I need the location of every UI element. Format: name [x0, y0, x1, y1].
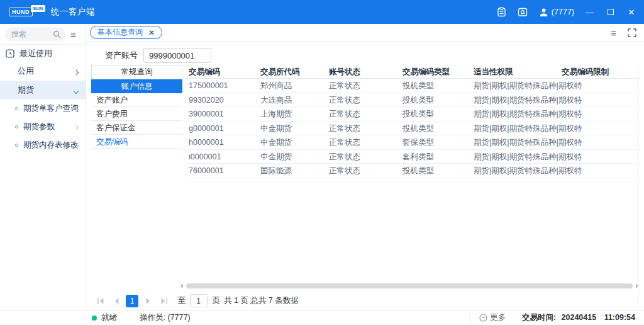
table-row[interactable]: 39000001上海期货正常状态投机类型期货|期权|期货特殊品种|期权特 — [186, 107, 638, 122]
table-cell — [558, 107, 638, 121]
table-cell: 76000001 — [186, 164, 257, 178]
last-page-button[interactable] — [157, 295, 170, 307]
table-cell: 期货|期权|期货特殊品种|期权特 — [470, 135, 558, 149]
current-page-button[interactable]: 1 — [126, 295, 138, 307]
next-page-button[interactable] — [142, 295, 154, 307]
table-cell — [558, 150, 638, 164]
table-cell: 期货|期权|期货特殊品种|期权特 — [470, 79, 558, 93]
tab-label: 基本信息查询 — [97, 27, 143, 38]
more-button[interactable]: 更多 — [479, 312, 506, 323]
table-row[interactable]: 175000001郑州商品正常状态投机类型期货|期权|期货特殊品种|期权特 — [186, 79, 638, 93]
chevron-right-icon — [74, 67, 78, 76]
panel-item-trade-code[interactable]: 交易编码 — [91, 135, 182, 149]
close-button[interactable]: ✕ — [626, 7, 636, 17]
panel-item-account-info[interactable]: 账户信息 — [91, 79, 182, 93]
sidebar-item-label: 最近使用 — [19, 48, 52, 59]
table-cell: 正常状态 — [326, 122, 399, 135]
results-table-header: 交易编码交易所代码账号状态交易编码类型适当性权限交易编码限制 — [186, 65, 638, 79]
table-cell: g0000001 — [186, 122, 257, 135]
tab-basic-info-query[interactable]: 基本信息查询 ✕ — [90, 26, 162, 39]
sidebar-item-futures-single-query[interactable]: 期货单客户查询 — [0, 100, 86, 118]
table-cell: 正常状态 — [326, 93, 399, 107]
results-table-body: 175000001郑州商品正常状态投机类型期货|期权|期货特殊品种|期权特993… — [186, 79, 638, 178]
pagination: 1 至 页 共 1 页 总共 7 条数据 — [94, 294, 299, 307]
table-cell — [558, 93, 638, 107]
safe-icon[interactable] — [518, 7, 528, 18]
query-panel-header: 常规查询 — [91, 65, 182, 79]
vertical-scrollbar[interactable] — [638, 65, 644, 304]
scroll-right-icon[interactable] — [635, 283, 640, 288]
table-cell: 正常状态 — [326, 150, 399, 164]
sidebar-item-futures-params[interactable]: 期货参数 — [0, 118, 86, 136]
ready-status-label: 就绪 — [101, 312, 117, 323]
table-row[interactable]: 76000001国际能源正常状态投机类型期货|期权|期货特殊品种|期权特 — [186, 164, 638, 178]
ready-status-icon — [92, 316, 97, 321]
table-cell: 投机类型 — [399, 93, 470, 107]
table-cell: 175000001 — [186, 79, 257, 93]
more-label: 更多 — [490, 312, 506, 323]
sidebar-item-label: 公用 — [18, 66, 34, 77]
tab-close-icon[interactable]: ✕ — [148, 29, 155, 37]
sidebar-item-common[interactable]: 公用 — [0, 62, 86, 81]
page-number-input[interactable] — [190, 294, 208, 307]
table-row[interactable]: 99302020大连商品正常状态投机类型期货|期权|期货特殊品种|期权特 — [186, 93, 638, 108]
trade-time-label: 交易时间: — [522, 313, 556, 322]
table-row[interactable]: h0000001中金期货正常状态套保类型期货|期权|期货特殊品种|期权特 — [186, 135, 638, 150]
maximize-button[interactable] — [606, 7, 616, 17]
table-cell: 套保类型 — [399, 135, 470, 149]
trade-time: 交易时间: 20240415 11:09:54 — [522, 312, 635, 323]
user-id: (7777) — [552, 8, 574, 16]
user-icon — [539, 8, 548, 17]
table-row[interactable]: i0000001中金期货正常状态套利类型期货|期权|期货特殊品种|期权特 — [186, 150, 638, 164]
status-divider — [470, 313, 470, 322]
operator-info: 操作员: (7777) — [140, 312, 191, 323]
horizontal-scrollbar[interactable] — [179, 283, 640, 289]
user-menu[interactable]: (7777) — [539, 8, 574, 17]
asset-account-label: 资产账号 — [105, 50, 138, 61]
first-page-button[interactable] — [94, 295, 107, 307]
table-cell: 正常状态 — [326, 135, 399, 149]
sidebar-menu-icon[interactable]: ≡ — [70, 30, 76, 39]
table-cell: 期货|期权|期货特殊品种|期权特 — [470, 164, 558, 178]
table-cell: 正常状态 — [326, 107, 399, 121]
table-cell: 中金期货 — [257, 122, 326, 135]
table-column-header: 交易编码限制 — [558, 65, 638, 79]
operator-value: (7777) — [167, 313, 190, 322]
sidebar-item-futures-memtable[interactable]: 期货内存表修改 — [0, 136, 86, 154]
table-row[interactable]: g0000001中金期货正常状态投机类型期货|期权|期货特殊品种|期权特 — [186, 122, 638, 136]
panel-item-asset-account[interactable]: 资产账户 — [91, 93, 182, 107]
scrollbar-thumb[interactable] — [186, 283, 633, 288]
scroll-left-icon[interactable] — [179, 283, 184, 288]
chevron-down-icon — [74, 86, 78, 95]
operator-label: 操作员: — [140, 313, 165, 322]
table-cell: 投机类型 — [399, 79, 470, 93]
search-icon — [53, 30, 61, 41]
asset-account-input[interactable] — [143, 48, 211, 63]
chevron-right-icon — [74, 141, 78, 150]
expand-icon[interactable] — [628, 28, 636, 37]
logo-hund-text: HUND — [9, 8, 33, 16]
tab-list-icon[interactable]: ≡ — [611, 28, 616, 38]
recent-icon — [6, 49, 14, 58]
sidebar-item-label: 期货参数 — [23, 122, 55, 132]
sidebar-item-recent[interactable]: 最近使用 — [0, 45, 86, 62]
clipboard-icon[interactable] — [496, 7, 507, 18]
table-cell: 99302020 — [186, 93, 257, 107]
prev-page-button[interactable] — [110, 295, 123, 307]
table-cell: 国际能源 — [257, 164, 326, 178]
table-cell: 大连商品 — [257, 93, 326, 107]
table-cell: 投机类型 — [399, 107, 470, 121]
pagination-summary: 共 1 页 总共 7 条数据 — [224, 295, 299, 306]
table-cell: 中金期货 — [257, 150, 326, 164]
app-title: 统一客户端 — [51, 6, 95, 18]
panel-item-client-fees[interactable]: 客户费用 — [91, 107, 182, 121]
trade-time-date: 20240415 — [562, 313, 597, 322]
minimize-button[interactable]: — — [585, 7, 595, 17]
panel-item-client-margin[interactable]: 客户保证金 — [91, 121, 182, 135]
table-column-header: 交易编码类型 — [399, 65, 470, 79]
logo-sun-text: SUN — [31, 5, 45, 12]
table-column-header: 适当性权限 — [470, 65, 558, 79]
table-cell — [558, 79, 638, 93]
hundsun-logo: HUND SUN — [9, 8, 45, 16]
sidebar-item-futures[interactable]: 期货 — [0, 81, 86, 100]
